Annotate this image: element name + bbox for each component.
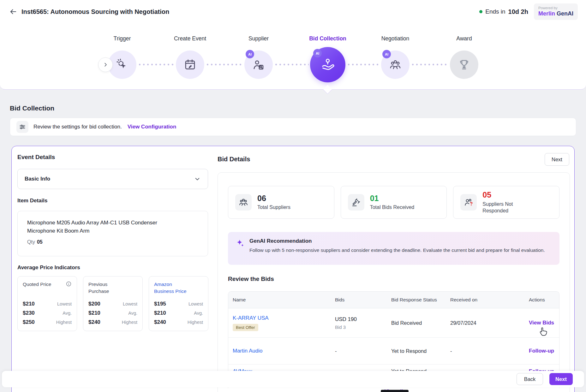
price-card-amazon: Amazon Business Price $195Lowest $210Avg…: [149, 276, 208, 331]
price-value: $210: [154, 310, 166, 316]
col-name: Name: [228, 297, 331, 303]
view-bids-link[interactable]: View Bids: [529, 320, 554, 326]
powered-by-label: Powered by: [538, 6, 573, 10]
ends-in-label: Ends in: [485, 8, 505, 15]
ai-badge: AI: [382, 50, 391, 58]
stepper-prev-button[interactable]: [98, 57, 113, 72]
price-value: $230: [23, 310, 35, 316]
ai-badge: AI: [313, 49, 322, 57]
event-details-title: Event Details: [17, 154, 55, 161]
price-value: $250: [23, 319, 35, 325]
topbar: Inst6565: Autonomous Sourcing with Negot…: [0, 0, 586, 23]
step-circle-supplier[interactable]: AI: [244, 50, 273, 79]
col-status: Bid Response Status: [387, 297, 446, 303]
price-tag: Lowest: [57, 301, 72, 306]
step-label-bid-collection: Bid Collection: [293, 35, 362, 44]
basic-info-expander[interactable]: Basic Info: [17, 169, 208, 189]
genai-recommendation: GenAI Recommendation Follow up with 5 no…: [228, 232, 559, 265]
price-tag: Highest: [56, 320, 72, 325]
bid-round: Bid 3: [335, 324, 346, 330]
step-create-event: Create Event: [155, 35, 225, 91]
footer-next-button[interactable]: Next: [549, 373, 573, 385]
ends-in-status: Ends in 10d 2h: [479, 8, 528, 15]
step-circle-bid-collection[interactable]: AI: [310, 47, 345, 82]
step-label-create-event: Create Event: [155, 35, 225, 44]
stat-label: Total Suppliers: [257, 204, 290, 211]
table-row: Martin Audio - Yet to Respond - Follow-u…: [228, 337, 559, 364]
hand-cursor-icon: [538, 327, 548, 337]
top-panel: Inst6565: Autonomous Sourcing with Negot…: [0, 0, 586, 90]
brand-merlin: Merlin: [538, 10, 555, 17]
bid-collection-hand-icon: [320, 57, 335, 72]
col-bids: Bids: [331, 297, 387, 303]
price-value: $210: [23, 301, 35, 307]
step-label-negotiation: Negotiation: [361, 35, 430, 44]
price-value: $210: [88, 310, 100, 316]
step-supplier: Supplier AI: [224, 35, 293, 91]
col-actions: Actions: [524, 297, 559, 303]
col-received: Received on: [446, 297, 524, 303]
step-label-award: Award: [429, 35, 499, 44]
bid-amount: -: [331, 348, 387, 354]
step-circle-negotiation[interactable]: AI: [381, 50, 410, 79]
supplier-name-link[interactable]: Martin Audio: [233, 348, 263, 354]
footer-bar: Back Next: [2, 371, 584, 387]
price-cards: Quoted Price $210Lowest $230Avg. $250Hig…: [17, 276, 208, 331]
back-button[interactable]: [8, 7, 18, 17]
stat-value: 06: [257, 194, 290, 203]
price-value: $195: [154, 301, 166, 307]
settings-sliders-icon: [16, 121, 28, 133]
step-label-trigger: Trigger: [87, 35, 157, 44]
price-indicators-heading: Average Price Indicators: [17, 264, 80, 271]
price-value: $240: [154, 319, 166, 325]
supplier-name-link[interactable]: K-ARRAY USA: [233, 315, 269, 321]
bid-details-next-button[interactable]: Next: [545, 153, 569, 166]
bid-details-title: Bid Details: [218, 156, 250, 163]
genai-text: Follow up with 5 non-responsive supplier…: [249, 246, 545, 254]
bid-amount: USD 190: [335, 316, 357, 323]
main-panel: Event Details Basic Info Item Details Mi…: [11, 146, 575, 392]
sparkle-icon: [236, 239, 244, 247]
people-question-icon: [460, 194, 477, 211]
price-tag: Lowest: [123, 301, 137, 306]
step-trigger: Trigger: [87, 35, 157, 91]
step-circle-award[interactable]: [450, 50, 478, 79]
price-card-title: Quoted Price: [23, 281, 51, 288]
bid-status: Bid Received: [387, 320, 446, 326]
price-card-title-link[interactable]: Amazon Business Price: [154, 281, 189, 295]
section-title: Bid Collection: [10, 104, 54, 112]
table-header: Name Bids Bid Response Status Received o…: [228, 292, 559, 308]
price-value: $240: [88, 319, 100, 325]
follow-up-link[interactable]: Follow-up: [529, 348, 554, 354]
item-name: Microphone M205 Audio Array AM-C1 USB Co…: [27, 219, 179, 235]
back-arrow-icon: [9, 8, 17, 16]
brand-genai: GenAI: [557, 10, 573, 17]
view-configuration-link[interactable]: View Configuration: [128, 124, 176, 130]
config-banner-text: Review the settings for bid collection.: [33, 124, 122, 130]
people-group-icon: [235, 194, 252, 211]
item-details-card: Microphone M205 Audio Array AM-C1 USB Co…: [17, 211, 208, 256]
stat-value: 05: [482, 191, 521, 199]
price-tag: Highest: [188, 320, 203, 325]
price-tag: Avg.: [128, 311, 137, 316]
price-tag: Avg.: [194, 311, 203, 316]
topbar-right: Ends in 10d 2h Powered by Merlin GenAI: [479, 3, 578, 20]
config-banner: Review the settings for bid collection. …: [10, 118, 576, 136]
price-tag: Lowest: [188, 301, 203, 306]
stat-label: Suppliers Not Responded: [482, 201, 521, 214]
info-icon[interactable]: [66, 281, 72, 287]
received-on: -: [446, 348, 524, 354]
page-title: Inst6565: Autonomous Sourcing with Negot…: [21, 8, 169, 15]
stat-label: Total Bids Received: [370, 204, 415, 211]
review-bids-heading: Review the Bids: [228, 276, 559, 283]
price-value: $200: [88, 301, 100, 307]
footer-back-button[interactable]: Back: [517, 373, 543, 385]
brand-logo: Merlin GenAI: [538, 10, 573, 17]
step-circle-create-event[interactable]: [176, 50, 204, 79]
gavel-icon: [348, 194, 364, 211]
step-award: Award: [429, 35, 499, 91]
bid-details-container: 06 Total Suppliers 01 Total Bi: [218, 172, 570, 392]
action-label: View Bids: [529, 320, 554, 326]
price-card-quoted: Quoted Price $210Lowest $230Avg. $250Hig…: [17, 276, 77, 331]
step-negotiation: Negotiation AI: [361, 35, 430, 91]
